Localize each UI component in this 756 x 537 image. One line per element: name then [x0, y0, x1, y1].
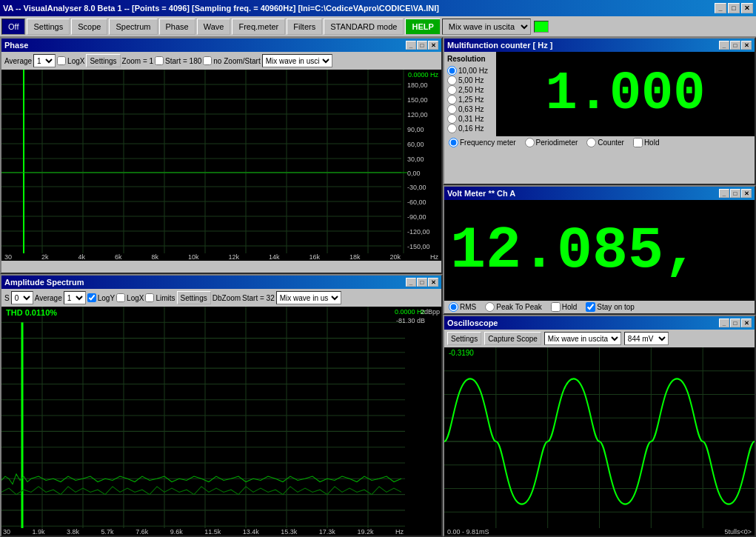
menu-help-button[interactable]: HELP [405, 19, 440, 35]
res-0.63hz[interactable]: 0,63 Hz [447, 104, 493, 114]
phase-logx-checkbox[interactable] [57, 56, 66, 65]
amp-db-display: -81.30 dB [396, 317, 425, 324]
menu-filters-button[interactable]: Filters [287, 19, 322, 35]
menu-off-button[interactable]: Off [1, 19, 25, 35]
mf-maximize-btn[interactable]: □ [730, 41, 740, 50]
phase-window-controls: _ □ ✕ [406, 41, 438, 50]
mf-freq-meter[interactable]: Frequency meter [449, 138, 516, 147]
amp-x-3.8k: 3.8k [67, 528, 79, 536]
voltmeter-window: Volt Meter ** Ch A _ □ ✕ 12.085, RMS Pea… [443, 185, 756, 315]
vm-maximize-btn[interactable]: □ [730, 189, 740, 198]
res-0.31hz[interactable]: 0,31 Hz [447, 114, 493, 124]
phase-maximize-btn[interactable]: □ [417, 41, 427, 50]
maximize-button[interactable]: □ [728, 3, 740, 13]
menu-spectrum-button[interactable]: Spectrum [109, 19, 157, 35]
mf-close-btn[interactable]: ✕ [741, 41, 752, 50]
mf-minimize-btn[interactable]: _ [719, 41, 729, 50]
vm-p2p-radio[interactable] [485, 302, 495, 312]
res-0.16hz[interactable]: 0,16 Hz [447, 124, 493, 133]
menu-standard-mode-button[interactable]: STANDARD mode [324, 19, 404, 35]
mf-counter-radio[interactable] [586, 138, 596, 147]
osc-value-select[interactable]: 844 mV [624, 332, 669, 345]
vm-stayontop-checkbox[interactable] [586, 302, 595, 312]
mf-window-title[interactable]: Multifunction counter [ Hz ] _ □ ✕ [444, 39, 755, 52]
vm-peak-to-peak[interactable]: Peak To Peak [485, 302, 542, 312]
phase-settings-btn[interactable]: Settings [86, 54, 120, 67]
mf-counter[interactable]: Counter [586, 138, 624, 147]
phase-nozoom-checkbox[interactable] [203, 56, 212, 65]
vm-stay-on-top[interactable]: Stay on top [586, 302, 635, 312]
amplitude-maximize-btn[interactable]: □ [417, 278, 427, 287]
phase-avg-select[interactable]: 1 [33, 54, 56, 67]
menu-phase-button[interactable]: Phase [159, 19, 195, 35]
phase-zoom-checkbox[interactable] [155, 56, 164, 65]
vm-display: 12.085, [444, 200, 755, 301]
phase-x-8k: 8k [152, 253, 159, 261]
mf-hold-checkbox[interactable] [633, 138, 643, 147]
osc-close-btn[interactable]: ✕ [741, 318, 752, 327]
osc-mix-select[interactable]: Mix wave in uscita [544, 332, 621, 345]
phase-mix-select[interactable]: Mix wave in usci [262, 54, 332, 67]
osc-minimize-btn[interactable]: _ [719, 318, 729, 327]
close-button[interactable]: ✕ [741, 3, 753, 13]
amp-x-9.6k: 9.6k [170, 528, 183, 536]
phase-close-btn[interactable]: ✕ [428, 41, 438, 50]
amp-avg-select[interactable]: 1 [64, 291, 86, 304]
amp-settings-btn[interactable]: Settings [177, 291, 211, 304]
title-bar: VA -- VisualAnalyser 8.0 Beta 1 -- [Poin… [0, 0, 756, 16]
amp-logy-checkbox[interactable] [87, 293, 96, 302]
res-10hz-radio[interactable] [447, 66, 457, 76]
amp-mix-select[interactable]: Mix wave in us [276, 291, 341, 304]
res-1.25hz-radio[interactable] [447, 95, 457, 104]
mf-periodimeter[interactable]: Periodimeter [525, 138, 578, 147]
vm-hold[interactable]: Hold [551, 302, 578, 312]
amplitude-window: Amplitude Spectrum _ □ ✕ S 0 Average 1 L… [0, 274, 443, 537]
menu-freqmeter-button[interactable]: Freq.meter [232, 19, 285, 35]
phase-window-title[interactable]: Phase _ □ ✕ [1, 39, 441, 52]
phase-x-20k: 20k [390, 253, 401, 261]
amp-avg-label: Average [35, 294, 62, 302]
amp-limits-checkbox[interactable] [145, 293, 154, 302]
vm-window-title[interactable]: Volt Meter ** Ch A _ □ ✕ [444, 187, 755, 200]
green-indicator [534, 21, 549, 33]
osc-window-title[interactable]: Oscilloscope _ □ ✕ [444, 316, 755, 330]
osc-settings-btn[interactable]: Settings [447, 332, 481, 345]
amp-logx-checkbox[interactable] [116, 293, 125, 302]
phase-zoom-label: Zoom = 1 [122, 57, 154, 65]
amplitude-minimize-btn[interactable]: _ [406, 278, 416, 287]
vm-close-btn[interactable]: ✕ [741, 189, 752, 198]
osc-capture-btn[interactable]: Capture Scope [484, 332, 541, 345]
res-10hz[interactable]: 10,00 Hz [447, 66, 493, 76]
res-5hz[interactable]: 5,00 Hz [447, 76, 493, 85]
vm-rms[interactable]: RMS [449, 302, 476, 312]
app-title: VA -- VisualAnalyser 8.0 Beta 1 -- [Poin… [3, 4, 439, 13]
res-0.31hz-radio[interactable] [447, 114, 457, 124]
amplitude-svg: 12,0 0 -12,0 -24,0 -36,0 -48,0 -60,0 -72… [1, 307, 405, 536]
amplitude-close-btn[interactable]: ✕ [428, 278, 438, 287]
res-2.5hz[interactable]: 2,50 Hz [447, 85, 493, 95]
amp-s-select[interactable]: 0 [11, 291, 33, 304]
res-0.16hz-radio[interactable] [447, 124, 457, 133]
res-0.63hz-radio[interactable] [447, 104, 457, 114]
res-2.5hz-radio[interactable] [447, 85, 457, 95]
vm-hold-checkbox[interactable] [551, 302, 561, 312]
res-5hz-radio[interactable] [447, 76, 457, 85]
phase-x-14k: 14k [269, 253, 280, 261]
amplitude-window-title[interactable]: Amplitude Spectrum _ □ ✕ [1, 276, 441, 289]
menu-scope-button[interactable]: Scope [71, 19, 107, 35]
vm-rms-radio[interactable] [449, 302, 458, 312]
amp-x-15.3k: 15.3k [281, 528, 297, 536]
menu-wave-button[interactable]: Wave [197, 19, 231, 35]
vm-minimize-btn[interactable]: _ [719, 189, 729, 198]
osc-title-label: Oscilloscope [447, 318, 498, 327]
right-panels: Multifunction counter [ Hz ] _ □ ✕ Resol… [443, 37, 756, 537]
phase-minimize-btn[interactable]: _ [406, 41, 416, 50]
res-1.25hz[interactable]: 1,25 Hz [447, 95, 493, 104]
mf-period-radio[interactable] [525, 138, 535, 147]
minimize-button[interactable]: _ [715, 3, 726, 13]
mf-hold[interactable]: Hold [633, 138, 660, 147]
menu-settings-button[interactable]: Settings [27, 19, 70, 35]
mix-wave-dropdown[interactable]: Mix wave in uscita [442, 19, 531, 35]
mf-freq-radio[interactable] [449, 138, 458, 147]
osc-maximize-btn[interactable]: □ [730, 318, 740, 327]
